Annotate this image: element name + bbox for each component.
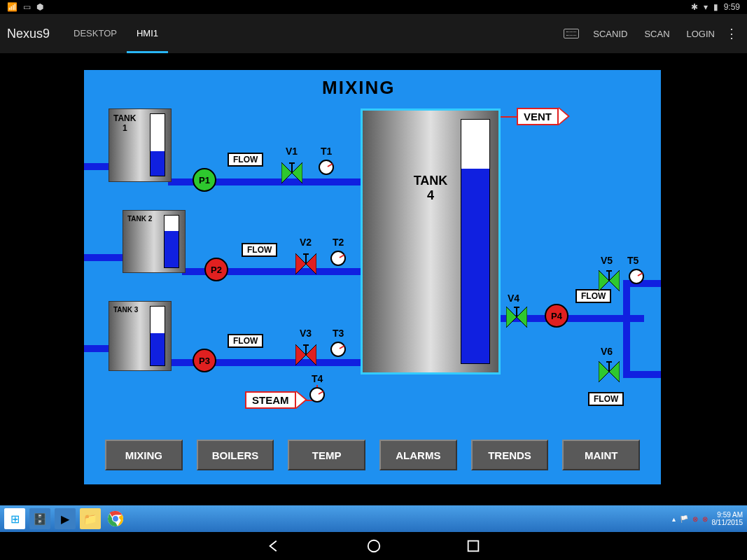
temp-t2-label: T2	[333, 237, 344, 248]
valve-v2-label: V2	[300, 237, 312, 248]
steam-tag: STEAM	[245, 391, 307, 409]
nav-alarms[interactable]: ALARMS	[379, 440, 457, 470]
scan-button[interactable]: SCAN	[636, 29, 678, 39]
windows-start-icon[interactable]: ⊞	[4, 508, 25, 529]
taskbar-server-icon[interactable]: 🗄️	[29, 508, 50, 529]
svg-marker-5	[306, 253, 316, 274]
tray-icon-1[interactable]: 🏳️	[680, 515, 688, 523]
signal-icon: 📶	[7, 2, 18, 12]
android-recents-icon[interactable]	[466, 538, 481, 554]
tray-icon-3[interactable]: ⊗	[702, 515, 708, 523]
svg-rect-7	[303, 253, 309, 255]
valve-v1-label: V1	[286, 146, 298, 157]
tank-1-label: TANK 1	[109, 109, 136, 181]
svg-marker-21	[609, 361, 620, 382]
taskbar-powershell-icon[interactable]: ▶	[55, 508, 76, 529]
battery-icon: ▮	[713, 2, 718, 12]
tray-up-icon[interactable]: ▴	[672, 515, 676, 523]
flow-4[interactable]: FLOW	[575, 289, 611, 303]
flow-3[interactable]: FLOW	[228, 334, 263, 348]
hmi-nav: MIXING BOILERS TEMP ALARMS TRENDS MAINT	[105, 440, 640, 470]
scanid-button[interactable]: SCANID	[585, 29, 636, 39]
valve-v5-label: V5	[601, 255, 613, 266]
bluetooth-icon: ✱	[691, 2, 698, 12]
nav-temp[interactable]: TEMP	[288, 440, 365, 470]
svg-marker-12	[506, 307, 517, 328]
vent-tag: VENT	[517, 107, 570, 125]
temp-t5-label: T5	[627, 255, 638, 266]
pump-p3[interactable]: P3	[193, 349, 216, 372]
overflow-menu-icon[interactable]: ⋮	[723, 26, 740, 41]
windows-clock[interactable]: 9:59 AM 8/11/2015	[712, 511, 743, 526]
temp-t5[interactable]	[629, 269, 644, 284]
valve-v1[interactable]	[281, 162, 302, 183]
valve-v5[interactable]	[599, 270, 620, 291]
window-icon: ▭	[23, 2, 31, 12]
windows-tray[interactable]: ▴ 🏳️ ⊗ ⊗ 9:59 AM 8/11/2015	[672, 511, 743, 526]
nav-trends[interactable]: TRENDS	[471, 440, 549, 470]
tank-1-gauge	[150, 113, 165, 176]
flow-2[interactable]: FLOW	[242, 243, 277, 257]
svg-rect-19	[606, 270, 612, 272]
pump-p1[interactable]: P1	[193, 168, 216, 192]
flow-5[interactable]: FLOW	[588, 392, 624, 406]
tank-3[interactable]: TANK 3	[109, 301, 172, 371]
svg-point-27	[368, 540, 379, 552]
android-home-icon[interactable]	[366, 538, 382, 554]
valve-v6-label: V6	[601, 346, 613, 357]
windows-taskbar: ⊞ 🗄️ ▶ 📁 ▴ 🏳️ ⊗ ⊗ 9:59 AM 8/11/2015	[0, 505, 747, 532]
pump-p4[interactable]: P4	[545, 304, 568, 328]
hmi-title: MIXING	[322, 77, 395, 99]
temp-t1[interactable]	[319, 160, 334, 175]
tank-1[interactable]: TANK 1	[109, 108, 172, 182]
tank-3-gauge	[150, 306, 165, 366]
svg-marker-16	[599, 270, 609, 291]
svg-rect-28	[468, 541, 478, 552]
app-bar: Nexus9 DESKTOP HMI1 SCANID SCAN LOGIN ⋮	[0, 14, 747, 53]
login-button[interactable]: LOGIN	[678, 29, 723, 39]
pump-p2[interactable]: P2	[204, 258, 228, 281]
tab-desktop[interactable]: DESKTOP	[64, 14, 127, 53]
tank-4-gauge	[461, 119, 490, 364]
svg-rect-11	[303, 344, 309, 346]
tray-icon-2[interactable]: ⊗	[692, 515, 698, 523]
svg-marker-8	[295, 344, 306, 365]
svg-marker-1	[292, 162, 302, 183]
valve-v2[interactable]	[295, 253, 316, 274]
flow-1[interactable]: FLOW	[228, 153, 263, 167]
android-back-icon[interactable]	[267, 538, 282, 554]
tank-4[interactable]: TANK 4	[361, 108, 501, 374]
tank-2-label: TANK 2	[123, 211, 152, 272]
valve-v4[interactable]	[506, 307, 527, 328]
wifi-icon: ▾	[704, 2, 708, 12]
valve-v4-label: V4	[508, 293, 519, 304]
temp-t4[interactable]	[309, 387, 325, 402]
valve-v6[interactable]	[599, 361, 620, 382]
tank-2-gauge	[164, 215, 179, 268]
taskbar-explorer-icon[interactable]: 📁	[80, 508, 101, 529]
taskbar-chrome-icon[interactable]	[105, 508, 126, 529]
status-clock: 9:59	[724, 2, 740, 12]
temp-t3-label: T3	[333, 328, 344, 339]
tank-3-label: TANK 3	[109, 302, 138, 370]
svg-marker-17	[609, 270, 620, 291]
keyboard-icon[interactable]	[564, 29, 579, 38]
svg-marker-0	[281, 162, 292, 183]
hmi-canvas: MIXING TANK 1 TANK 2 TANK 3 TANK 4 VENT …	[84, 70, 661, 484]
svg-rect-3	[289, 162, 295, 164]
app-icon: ⬢	[36, 2, 43, 12]
tab-hmi1[interactable]: HMI1	[127, 14, 168, 53]
valve-v3[interactable]	[295, 344, 316, 365]
android-status-bar: 📶 ▭ ⬢ ✱ ▾ ▮ 9:59	[0, 0, 747, 14]
temp-t3[interactable]	[330, 342, 346, 357]
nav-mixing[interactable]: MIXING	[105, 440, 183, 470]
android-nav-bar	[0, 532, 747, 560]
nav-maint[interactable]: MAINT	[562, 440, 640, 470]
temp-t2[interactable]	[330, 251, 346, 266]
tank-2[interactable]: TANK 2	[123, 210, 186, 273]
nav-boilers[interactable]: BOILERS	[197, 440, 274, 470]
svg-marker-20	[599, 361, 609, 382]
svg-marker-9	[306, 344, 316, 365]
svg-marker-13	[517, 307, 527, 328]
valve-v3-label: V3	[300, 328, 312, 339]
